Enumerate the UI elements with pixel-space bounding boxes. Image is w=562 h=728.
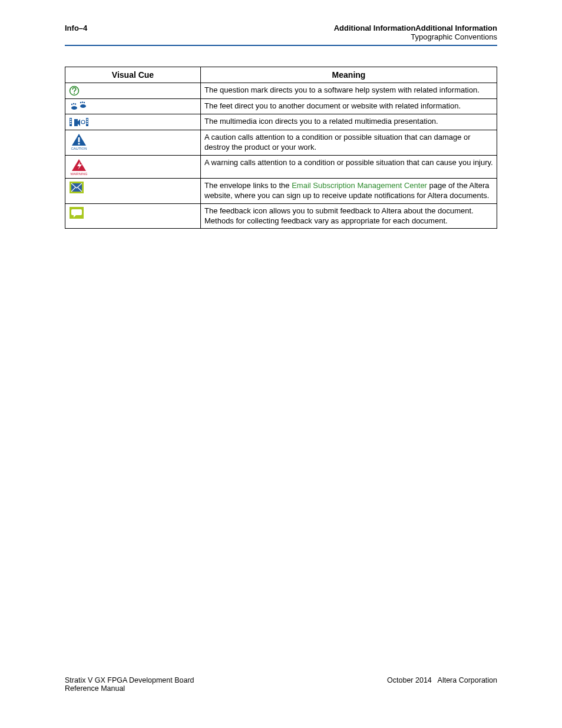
svg-point-6 <box>80 104 86 108</box>
svg-point-2 <box>71 106 77 110</box>
svg-rect-15 <box>87 119 88 120</box>
svg-point-3 <box>71 104 72 105</box>
chapter-title: Additional InformationAdditional Informa… <box>334 24 497 32</box>
svg-point-9 <box>84 102 85 103</box>
meaning-text: The feet direct you to another document … <box>201 99 497 114</box>
multimedia-icon <box>65 114 201 130</box>
footer-left: Stratix V GX FPGA Development Board Refe… <box>65 676 194 693</box>
svg-point-5 <box>75 103 76 104</box>
section-title: Typographic Conventions <box>334 32 497 41</box>
caution-label: CAUTION <box>71 147 87 150</box>
table-row: The envelope links to the Email Subscrip… <box>65 178 497 203</box>
page-number: Info–4 <box>65 24 87 32</box>
svg-point-7 <box>80 102 81 103</box>
meaning-text: The multimedia icon directs you to a rel… <box>201 114 497 130</box>
table-header-row: Visual Cue Meaning <box>65 67 497 83</box>
warning-label: WARNING <box>71 172 88 176</box>
svg-point-4 <box>73 103 74 104</box>
table-row: The feet direct you to another document … <box>65 99 497 114</box>
header-right: Additional InformationAdditional Informa… <box>334 24 497 41</box>
svg-rect-11 <box>70 119 71 120</box>
col-visual-cue: Visual Cue <box>65 67 201 83</box>
svg-rect-20 <box>78 143 80 145</box>
table-row: The multimedia icon directs you to a rel… <box>65 114 497 130</box>
meaning-text: The envelope links to the Email Subscrip… <box>201 178 497 203</box>
footer-date: October 2014 <box>387 676 432 684</box>
doc-subtitle: Reference Manual <box>65 684 194 693</box>
svg-point-8 <box>82 101 83 103</box>
svg-rect-17 <box>87 123 88 124</box>
table-row: The question mark directs you to a softw… <box>65 83 497 99</box>
feet-icon <box>65 99 201 114</box>
svg-rect-13 <box>70 123 71 124</box>
envelope-text-pre: The envelope links to the <box>204 181 292 190</box>
meaning-text: The feedback icon allows you to submit f… <box>201 203 497 229</box>
table-row: CAUTION A caution calls attention to a c… <box>65 130 497 156</box>
svg-point-18 <box>81 120 85 124</box>
feedback-icon <box>65 203 201 229</box>
svg-point-1 <box>74 93 75 94</box>
caution-icon: CAUTION <box>65 130 201 156</box>
doc-title: Stratix V GX FPGA Development Board <box>65 676 194 684</box>
meaning-text: The question mark directs you to a softw… <box>201 83 497 99</box>
question-mark-icon <box>65 83 201 99</box>
svg-rect-12 <box>70 121 71 122</box>
meaning-text: A caution calls attention to a condition… <box>201 130 497 156</box>
table-row: WARNING A warning calls attention to a c… <box>65 155 497 178</box>
meaning-text: A warning calls attention to a condition… <box>201 155 497 178</box>
table-row: The feedback icon allows you to submit f… <box>65 203 497 229</box>
warning-icon: WARNING <box>65 155 201 178</box>
footer-corp: Altera Corporation <box>438 676 497 684</box>
page-header: Info–4 Additional InformationAdditional … <box>65 24 497 46</box>
col-meaning: Meaning <box>201 67 497 83</box>
email-subscription-link[interactable]: Email Subscription Management Center <box>292 181 427 190</box>
page-footer: Stratix V GX FPGA Development Board Refe… <box>65 676 497 693</box>
svg-rect-16 <box>87 121 88 122</box>
visual-cues-table: Visual Cue Meaning The question mark dir… <box>65 67 497 229</box>
envelope-icon <box>65 178 201 203</box>
svg-rect-19 <box>78 137 80 142</box>
footer-right: October 2014 Altera Corporation <box>387 676 497 693</box>
